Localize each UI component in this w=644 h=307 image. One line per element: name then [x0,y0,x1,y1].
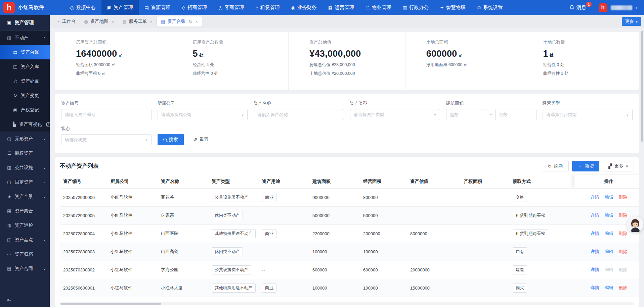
tabs-more-button[interactable]: 更多 ∨ [622,17,641,26]
select-placeholder: 请选择资产类型 [354,112,384,118]
sidebar-item-资产全景[interactable]: ◈资产全景∨ [0,189,50,204]
stat-subline: 土地总估值 ¥20,000,000 [309,71,405,76]
top-nav-item-资源管理[interactable]: ▤资源管理 [139,0,176,15]
sidebar-item-资产可视化[interactable]: ▙资产可视化↗ [0,117,50,132]
close-icon[interactable]: × [195,19,198,24]
top-nav-item-资产管理[interactable]: ▣资产管理 [101,0,139,15]
top-nav-item-运营管理[interactable]: ▦运营管理 [323,0,360,15]
list-more-button[interactable]: ▞ 更多 ∨ [603,161,634,171]
close-icon[interactable]: × [112,19,114,24]
cube-icon: ▣ [107,5,112,10]
chevron-down-icon[interactable]: ∨ [636,6,638,9]
sidebar-item-资产变更[interactable]: ↻资产变更 [0,88,50,103]
sidebar-item-固定资产[interactable]: ▢固定资产∨ [0,175,50,189]
cell-asset-type-tag: 其他特殊用途不动产 [212,229,256,238]
cell-acquire-method: 购买 [509,279,574,297]
horizontal-scrollbar[interactable] [60,302,634,305]
refresh-button[interactable]: ↻ 刷新 [542,161,568,171]
ticket-icon: ▤ [122,19,126,24]
horizontal-scrollbar-thumb[interactable] [60,303,161,305]
cell-company: 小红马软件 [107,188,158,206]
range-from-input[interactable]: 起数 [446,109,487,120]
sidebar-item-资产归档[interactable]: ▭资产归档 [0,247,50,261]
vertical-scrollbar-thumb[interactable] [641,31,643,142]
delete-link[interactable]: 删除 [619,213,628,218]
sidebar-collapse-button[interactable]: ⇤ [0,293,50,307]
edit-link[interactable]: 编辑 [605,231,613,236]
top-nav-label: 行政办公 [409,4,429,11]
top-nav-item-租赁管理[interactable]: ⌂租赁管理 [250,0,285,15]
refresh-icon[interactable]: ↻ [188,19,192,24]
detail-link[interactable]: 详情 [591,267,599,272]
cell-company: 小红马软件 [107,243,158,261]
cell-acquire-method: 交换 [509,188,574,206]
detail-link[interactable]: 详情 [591,213,599,218]
tab-工作台[interactable]: ◔工作台 [53,16,80,27]
tab-资产地图[interactable]: ◎资产地图× [80,16,118,27]
delete-link[interactable]: 删除 [619,285,628,290]
sidebar-item-不动产[interactable]: ▥不动产∧ [0,31,50,45]
sidebar-item-label: 资产集合 [15,208,33,214]
vertical-scrollbar[interactable] [641,30,643,305]
sidebar-item-资产集合[interactable]: ▦资产集合 [0,204,50,218]
assistant-avatar[interactable] [627,216,643,233]
asset-table: 资产编号所属公司资产名称资产类型资产用途建筑面积经营面积资产估值产权面积获取方式… [60,175,639,297]
cell-oper-area: 100000 [360,243,407,261]
sidebar-item-资产处置[interactable]: ◎资产处置 [0,74,50,88]
chevron-down-icon: ∨ [145,138,147,142]
edit-link[interactable]: 编辑 [605,213,613,218]
range-to-input[interactable]: 至数 [495,109,536,120]
edit-link[interactable]: 编辑 [605,285,613,290]
reset-button[interactable]: ↺ 重置 [188,134,214,145]
user-avatar[interactable]: h [599,3,607,12]
资产编号-input[interactable]: 请输入资产编号 [61,109,152,120]
filter-label: 经营类型 [543,100,633,106]
close-icon[interactable]: × [150,19,153,24]
top-nav-item-数据中心[interactable]: ◷数据中心 [65,0,101,15]
资产类型-select[interactable]: 请选择资产类型∨ [350,109,440,120]
edit-link[interactable]: 编辑 [605,195,613,200]
delete-link[interactable]: 删除 [619,249,628,254]
top-nav-item-客商管理[interactable]: ◎客商管理 [213,0,250,15]
cell-build-area: 2200000 [309,224,360,243]
top-nav-item-物业管理[interactable]: ☖物业管理 [360,0,397,15]
sidebar-item-资产台账[interactable]: ▤资产台账 [0,45,50,59]
contract-icon: ▤ [7,266,12,271]
sidebar-item-资产盘点[interactable]: ◫资产盘点∨ [0,233,50,247]
search-button[interactable]: 搜索 [158,134,184,145]
edit-link[interactable]: 编辑 [605,249,613,254]
detail-link[interactable]: 详情 [591,249,599,254]
cell-asset-code: 2025072900006 [60,188,107,206]
cell-acquire-method: 租赁到期购买权 [509,206,574,224]
delete-link[interactable]: 删除 [619,231,628,236]
sidebar-item-资产合同[interactable]: ▤资产合同∨ [0,261,50,276]
sidebar-item-label: 资产合同 [15,266,33,272]
top-nav-item-系统设置[interactable]: ⚙系统设置 [471,0,509,15]
top-nav-item-行政办公[interactable]: ▥行政办公 [397,0,434,15]
user-name-blurred[interactable] [611,5,632,10]
top-nav-item-智慧物联[interactable]: ✦智慧物联 [434,0,471,15]
detail-link[interactable]: 详情 [591,195,599,200]
delete-link[interactable]: 删除 [619,195,628,200]
sidebar-item-无形资产[interactable]: ▢无形资产∨ [0,132,50,146]
top-nav-item-业务财务[interactable]: ◉业务财务 [286,0,323,15]
detail-link[interactable]: 详情 [591,285,599,290]
tab-服务工单[interactable]: ▤服务工单× [118,16,157,27]
sidebar-item-产权登记[interactable]: ▣产权登记 [0,103,50,117]
status-select[interactable]: 请选择状态 ∨ [61,134,152,145]
所属公司-select[interactable]: 请选择所属公司∨ [158,109,248,120]
detail-link[interactable]: 详情 [591,231,599,236]
sidebar-item-资产入库[interactable]: ◰资产入库 [0,59,50,74]
经营类型-select[interactable]: 请选择经营类型∨ [543,109,633,120]
cell-asset-type-tag: 公共设施类不动产 [212,265,251,274]
messages-button[interactable]: 消息 1 [569,4,586,11]
top-nav-item-招商管理[interactable]: ◇招商管理 [176,0,213,15]
tab-资产台账[interactable]: ▤资产台账↻× [157,16,202,27]
cell-usage-tag: 商业 [262,193,276,202]
sidebar-item-股权资产[interactable]: ☰股权资产 [0,146,50,160]
add-button[interactable]: ＋ 新增 [572,161,600,171]
资产名称-input[interactable]: 请输入资产名称 [254,109,344,120]
sidebar-item-资产巡检[interactable]: ◍资产巡检 [0,218,50,233]
sidebar-item-公共设施[interactable]: ▥公共设施∨ [0,160,50,175]
filter-label: 建筑面积 [446,100,536,106]
